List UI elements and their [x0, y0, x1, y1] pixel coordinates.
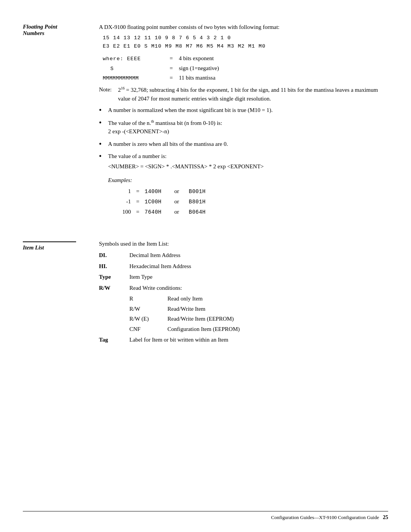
note-text: 216 = 32,768; subtracting 4 bits for the… [118, 85, 388, 103]
bullet-text-4: The value of a number is: <NUMBER> = <SI… [108, 152, 388, 172]
item-list-content: Symbols used in the Item List: DI. Decim… [99, 241, 388, 347]
bullet-item-2: • The value of the n.th mantissa bit (n … [99, 118, 388, 136]
note-base: 2 [118, 87, 121, 93]
item-sub-desc-r: Read only Item [167, 294, 388, 303]
item-def-row-rw: R/W Read Write conditions: [99, 284, 388, 292]
example-row-3: 100 = 7640H or B064H [108, 207, 388, 217]
bullet-dot-2: • [99, 118, 108, 127]
bit-row-2: E3 E2 E1 E0 S M10 M9 M8 M7 M6 M5 M4 M3 M… [103, 42, 388, 51]
def-desc-m: 11 bits mantissa [179, 73, 388, 82]
ex-hex-1: 1400H [145, 187, 171, 197]
def-desc-s: sign (1=negative) [179, 64, 388, 73]
example-row-1: 1 = 1400H or B001H [108, 186, 388, 197]
bullet-text-2: The value of the n.th mantissa bit (n fr… [108, 118, 388, 136]
item-sub-row-cnf: CNF Configuration Item (EEPROM) [129, 325, 388, 334]
footer-text: Configuration Guides—XT-9100 Configurati… [271, 514, 379, 521]
bullet-2-before: The value of the n. [108, 120, 151, 126]
item-term-rw: R/W [99, 284, 129, 292]
def-row-s: S = sign (1=negative) [103, 64, 388, 73]
example-row-2: -1 = 1C00H or B801H [108, 197, 388, 207]
ex-or-3: or [174, 207, 186, 217]
ex-eq-3: = [134, 207, 142, 217]
item-sub-term-rw: R/W [129, 305, 167, 313]
footer-page-number: 25 [383, 514, 388, 521]
bullet-text-1: A number is normalized when the most sig… [108, 106, 388, 115]
ex-or-1: or [174, 186, 186, 197]
def-term-m: MMMMMMMMMMM [103, 75, 164, 82]
item-def-row-tag: Tag Label for Item or bit written within… [99, 335, 388, 344]
bullet-4-text: The value of a number is: [108, 153, 167, 159]
item-sub-term-r: R [129, 294, 167, 303]
ex-eq-1: = [134, 186, 142, 197]
item-desc-hi: Hexadecimal Item Address [129, 262, 388, 271]
ex-or-2: or [174, 197, 186, 207]
ex-hex2-1: B001H [189, 187, 215, 197]
note-label: Note: [99, 85, 118, 103]
ex-hex2-2: B801H [189, 197, 215, 207]
ex-lhs-1: 1 [108, 186, 131, 197]
ex-lhs-2: -1 [108, 197, 131, 207]
bullet-2-line2: 2 exp -(<EXPONENT>-n) [108, 128, 169, 134]
item-term-type: Type [99, 273, 129, 281]
ex-lhs-3: 100 [108, 207, 131, 217]
floating-point-content: A DX-9100 floating point number consists… [99, 23, 388, 217]
item-list-section: Item List Symbols used in the Item List:… [23, 241, 388, 347]
def-desc-eeee: 4 bits exponent [179, 54, 388, 63]
bit-row-2-text: E3 E2 E1 E0 S M10 M9 M8 M7 M6 M5 M4 M3 M… [103, 42, 266, 51]
footer-right: Configuration Guides—XT-9100 Configurati… [271, 514, 388, 521]
item-sub-desc-cnf: Configuration Item (EEPROM) [167, 325, 388, 334]
content-area: Floating Point Numbers A DX-9100 floatin… [23, 23, 388, 354]
bullet-item-3: • A number is zero when all bits of the … [99, 140, 388, 149]
item-term-hi: HI. [99, 262, 129, 271]
bullet-item-4: • The value of a number is: <NUMBER> = <… [99, 152, 388, 172]
def-term-eeee: where: EEEE [103, 55, 164, 63]
bit-row-1: 15 14 13 12 11 10 9 8 7 6 5 4 3 2 1 0 [103, 34, 388, 43]
item-sub-desc-rwe: Read/Write Item (EEPROM) [167, 315, 388, 323]
examples-label: Examples: [108, 176, 388, 185]
item-sub-term-rwe: R/W (E) [129, 315, 167, 323]
bullet-2-sup: th [151, 119, 154, 123]
item-sub-row-r: R Read only Item [129, 294, 388, 303]
bullet-item-1: • A number is normalized when the most s… [99, 106, 388, 115]
floating-point-label-line2: Numbers [23, 30, 45, 36]
ex-hex-2: 1C00H [145, 197, 171, 207]
ex-eq-2: = [134, 197, 142, 207]
bit-row-1-text: 15 14 13 12 11 10 9 8 7 6 5 4 3 2 1 0 [103, 34, 231, 43]
definitions: where: EEEE = 4 bits exponent S = sign (… [103, 54, 388, 82]
floating-point-label-line1: Floating Point [23, 24, 57, 30]
floating-point-section: Floating Point Numbers A DX-9100 floatin… [23, 23, 388, 217]
def-row-eeee: where: EEEE = 4 bits exponent [103, 54, 388, 63]
item-def-row-di: DI. Decimal Item Address [99, 251, 388, 260]
note-block: Note: 216 = 32,768; subtracting 4 bits f… [99, 85, 388, 103]
ex-hex2-3: B064H [189, 208, 215, 217]
def-eq-3: = [164, 73, 179, 82]
value-formula: <NUMBER> = <SIGN> * .<MANTISSA> * 2 exp … [108, 162, 388, 171]
footer: Configuration Guides—XT-9100 Configurati… [23, 511, 388, 521]
def-row-m: MMMMMMMMMMM = 11 bits mantissa [103, 73, 388, 82]
def-eq-2: = [164, 64, 179, 73]
item-term-tag: Tag [99, 335, 129, 344]
bullet-dot-4: • [99, 152, 108, 160]
item-term-di: DI. [99, 251, 129, 260]
item-label-divider [23, 241, 76, 242]
item-list-label-text: Item List [23, 244, 44, 251]
page: Floating Point Numbers A DX-9100 floatin… [0, 0, 411, 532]
item-list-label: Item List [23, 241, 99, 347]
item-def-row-type: Type Item Type [99, 273, 388, 281]
item-list-intro: Symbols used in the Item List: [99, 241, 388, 247]
ex-hex-3: 7640H [145, 208, 171, 217]
item-sub-row-rwe: R/W (E) Read/Write Item (EEPROM) [129, 315, 388, 323]
floating-point-label: Floating Point Numbers [23, 23, 99, 217]
def-eq-1: = [164, 54, 179, 63]
item-desc-type: Item Type [129, 273, 388, 281]
bullet-text-3: A number is zero when all bits of the ma… [108, 140, 388, 149]
item-sub-desc-rw: Read/Write Item [167, 305, 388, 313]
examples-block: Examples: 1 = 1400H or B001H -1 = 1C00H … [108, 176, 388, 217]
item-sub-rows: R Read only Item R/W Read/Write Item R/W… [129, 294, 388, 333]
item-desc-di: Decimal Item Address [129, 251, 388, 260]
item-sub-row-rw: R/W Read/Write Item [129, 305, 388, 313]
note-rest: = 32,768; subtracting 4 bits for the exp… [118, 87, 378, 102]
item-def-row-hi: HI. Hexadecimal Item Address [99, 262, 388, 271]
def-term-s: S [103, 65, 164, 73]
bullet-dot-3: • [99, 140, 108, 148]
